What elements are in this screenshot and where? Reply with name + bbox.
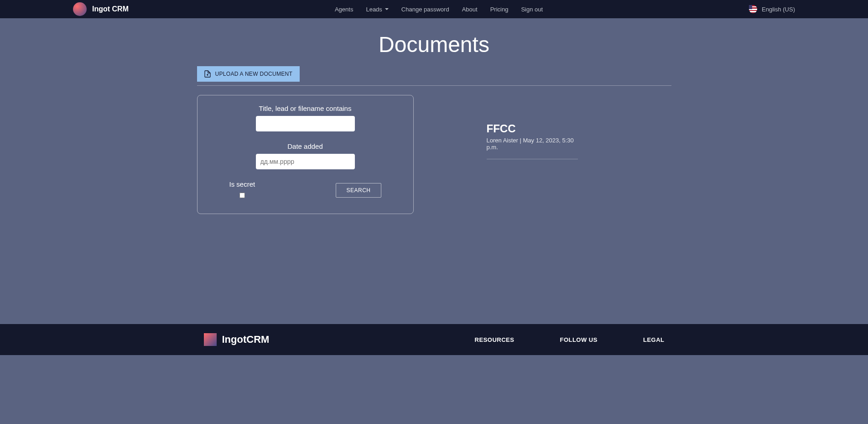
- us-flag-icon: [749, 5, 757, 13]
- file-plus-icon: [204, 70, 211, 78]
- nav-links: Agents Leads Change password About Prici…: [335, 6, 543, 13]
- date-search-input[interactable]: [256, 154, 355, 169]
- footer-logo-icon: [204, 333, 217, 346]
- nav-about[interactable]: About: [462, 6, 478, 13]
- content-area: Title, lead or filename contains Date ad…: [195, 86, 674, 223]
- title-search-group: Title, lead or filename contains: [211, 105, 400, 131]
- title-search-input[interactable]: [256, 116, 355, 131]
- main-content: Documents UPLOAD A NEW DOCUMENT Title, l…: [195, 18, 674, 324]
- document-meta: Loren Aister | May 12, 2023, 5:30 p.m.: [487, 137, 578, 151]
- document-title[interactable]: FFCC: [487, 122, 578, 135]
- search-panel: Title, lead or filename contains Date ad…: [197, 95, 414, 214]
- footer: IngotCRM RESOURCES FOLLOW US LEGAL: [0, 324, 868, 355]
- documents-list: FFCC Loren Aister | May 12, 2023, 5:30 p…: [432, 95, 671, 214]
- upload-section: UPLOAD A NEW DOCUMENT: [195, 66, 674, 86]
- nav-sign-out[interactable]: Sign out: [521, 6, 543, 13]
- nav-leads[interactable]: Leads: [366, 6, 388, 13]
- footer-resources[interactable]: RESOURCES: [475, 336, 515, 343]
- chevron-down-icon: [385, 8, 389, 10]
- footer-inner: IngotCRM RESOURCES FOLLOW US LEGAL: [195, 333, 674, 346]
- header-brand[interactable]: Ingot CRM: [73, 2, 129, 16]
- nav-change-password[interactable]: Change password: [401, 6, 449, 13]
- logo-icon: [73, 2, 87, 16]
- title-search-label: Title, lead or filename contains: [211, 105, 400, 112]
- date-search-label: Date added: [211, 142, 400, 150]
- date-search-group: Date added: [211, 142, 400, 169]
- language-label: English (US): [762, 6, 795, 13]
- search-button[interactable]: SEARCH: [336, 183, 381, 198]
- footer-brand: IngotCRM: [222, 334, 270, 345]
- nav-agents[interactable]: Agents: [335, 6, 353, 13]
- language-selector[interactable]: English (US): [749, 5, 795, 13]
- page-title: Documents: [195, 32, 674, 57]
- secret-checkbox[interactable]: [239, 193, 245, 198]
- upload-button-label: UPLOAD A NEW DOCUMENT: [215, 71, 293, 77]
- footer-follow-us[interactable]: FOLLOW US: [560, 336, 598, 343]
- document-author: Loren Aister: [487, 137, 518, 144]
- document-item: FFCC Loren Aister | May 12, 2023, 5:30 p…: [487, 122, 578, 159]
- secret-group: Is secret: [229, 180, 255, 200]
- upload-button[interactable]: UPLOAD A NEW DOCUMENT: [197, 66, 300, 82]
- footer-legal[interactable]: LEGAL: [643, 336, 665, 343]
- brand-name: Ingot CRM: [92, 5, 129, 13]
- secret-label: Is secret: [229, 180, 255, 188]
- footer-links: RESOURCES FOLLOW US LEGAL: [475, 336, 665, 343]
- header: Ingot CRM Agents Leads Change password A…: [0, 0, 868, 18]
- nav-leads-label: Leads: [366, 6, 382, 13]
- form-bottom-row: Is secret SEARCH: [211, 180, 400, 204]
- footer-brand-section[interactable]: IngotCRM: [204, 333, 270, 346]
- nav-pricing[interactable]: Pricing: [490, 6, 509, 13]
